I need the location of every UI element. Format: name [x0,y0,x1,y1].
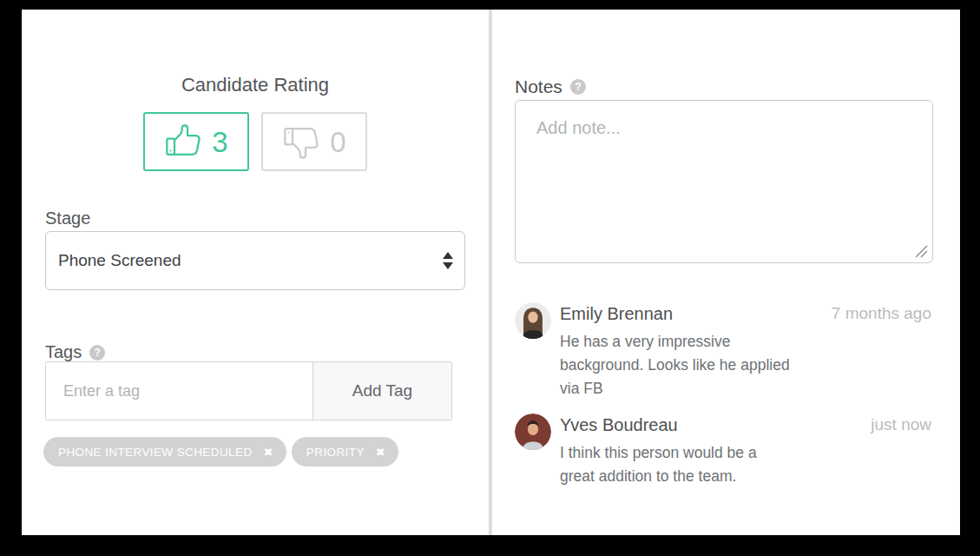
comment-text-line: I think this person would be a [560,441,931,465]
add-tag-button[interactable]: Add Tag [313,362,451,420]
candidate-rating-title: Candidate Rating [22,74,489,96]
tags-label-text: Tags [45,342,82,362]
comment-body: He has a very impressive background. Loo… [560,330,931,400]
tag-remove-icon[interactable]: ✖ [376,447,385,458]
thumbs-down-button[interactable]: 0 [261,112,367,171]
tag-remove-icon[interactable]: ✖ [264,447,273,458]
thumbs-down-icon [282,124,320,159]
tags-help-icon[interactable]: ? [89,345,105,361]
resize-handle-icon[interactable] [915,245,928,258]
tag-input-row: Add Tag [45,361,452,420]
tags-label: Tags ? [45,342,105,362]
select-arrows-icon [443,252,453,269]
note-input-wrap [515,100,933,263]
rating-buttons: 3 0 [22,112,489,171]
thumbs-down-count: 0 [330,128,345,156]
tag-pill-label: PHONE INTERVIEW SCHEDULED [58,446,253,459]
comment: Emily Brennan 7 months ago He has a very… [515,302,931,400]
notes-panel: Notes ? Emily Brennan 7 months ago He ha… [492,10,960,535]
tag-pill: PHONE INTERVIEW SCHEDULED ✖ [43,437,286,467]
comment-text-line: great addition to the team. [560,465,931,488]
comment-text-line: background. Looks like he applied [560,354,931,377]
stage-label: Stage [45,208,90,228]
notes-help-icon[interactable]: ? [570,79,586,95]
comment: Yves Boudreau just now I think this pers… [515,414,931,488]
avatar [515,414,551,450]
tag-pill-label: PRIORITY [306,446,365,459]
note-textarea[interactable] [515,100,933,263]
stage-select[interactable]: Phone Screened [45,231,465,290]
comment-text-line: He has a very impressive [560,330,931,354]
tag-pill: PRIORITY ✖ [292,437,398,467]
candidate-panel: Candidate Rating 3 0 Stage Phone Screene… [22,10,489,535]
tag-input[interactable] [46,362,312,420]
stage-selected-value: Phone Screened [58,251,181,270]
notes-label: Notes ? [515,76,586,97]
comment-body: I think this person would be a great add… [560,441,931,488]
comment-time: just now [871,415,931,434]
comment-time: 7 months ago [832,304,931,323]
thumbs-up-button[interactable]: 3 [143,112,249,171]
thumbs-up-icon [164,124,202,159]
tag-pills: PHONE INTERVIEW SCHEDULED ✖ PRIORITY ✖ [43,437,398,467]
avatar [515,302,551,339]
notes-label-text: Notes [515,76,562,97]
comment-text-line: via FB [560,377,931,400]
thumbs-up-count: 3 [212,128,227,156]
